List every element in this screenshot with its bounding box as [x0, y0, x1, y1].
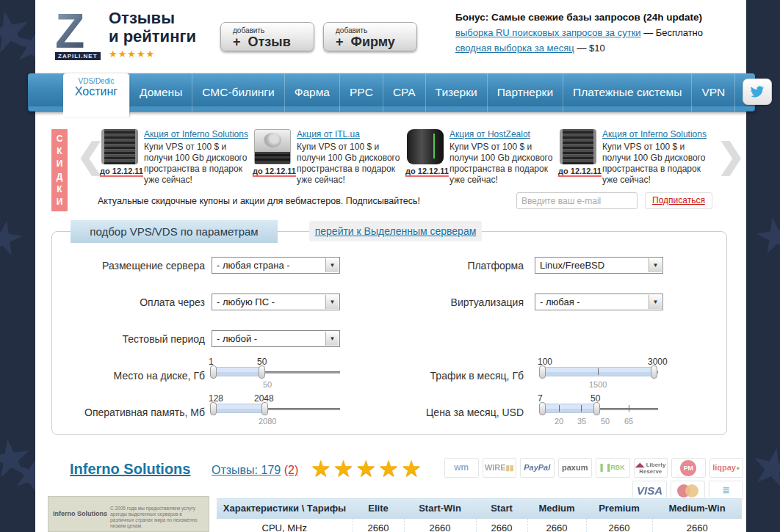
carousel-next-arrow[interactable]: ❯ — [717, 134, 745, 178]
bonus-link-monthly[interactable]: сводная выборка за месяц — [455, 43, 574, 54]
discount-letter: И — [57, 158, 63, 169]
label-platform: Платформа — [383, 260, 524, 272]
company-screenshot-thumbnail[interactable]: Inferno Solutions С 2005 года мы предост… — [48, 496, 209, 532]
nav-tab-pharma[interactable]: Фарма — [285, 73, 340, 112]
slider-handle-max[interactable] — [651, 365, 657, 379]
discount-letter: Д — [57, 172, 63, 182]
slider-tick — [581, 405, 582, 412]
slider-handle-max[interactable] — [259, 365, 265, 379]
nav-tab-ppc[interactable]: PPC — [340, 73, 383, 112]
promo-link[interactable]: Акция от Inferno Solutions — [144, 129, 248, 140]
disk-space-slider[interactable]: 1 50 50 — [212, 358, 340, 387]
nav-tab-domains[interactable]: Домены — [129, 73, 192, 112]
main-navigation: VDS/Dedic Хостинг Домены СМС-билинги Фар… — [28, 73, 755, 112]
hdd-image — [254, 129, 291, 164]
slider-handle-min[interactable] — [539, 402, 546, 415]
subscribe-button[interactable]: Подписаться — [645, 192, 712, 209]
nav-tab-affiliates[interactable]: Партнерки — [488, 73, 563, 112]
cpu-value: 2660 — [476, 519, 527, 532]
promo-link[interactable]: Акция от HostZealot — [449, 129, 530, 140]
select-virtualization[interactable]: - любая - ▼ — [535, 294, 663, 310]
select-payment-via[interactable]: - любую ПС - ▼ — [212, 294, 340, 310]
label-traffic: Трафик в месяц, Гб — [383, 370, 524, 382]
paxum-icon[interactable]: paxum — [558, 458, 593, 478]
tariff-table: Характеристики \ Тарифы Elite Start-Win … — [217, 498, 742, 532]
label-trial-period: Тестовый период — [52, 333, 205, 345]
slider-min-label: 128 — [209, 393, 223, 404]
slider-handle-min[interactable] — [210, 365, 217, 379]
nav-tab-cpa[interactable]: CPA — [383, 73, 426, 112]
select-trial-period[interactable]: - любой - ▼ — [212, 330, 340, 347]
server-tower-image — [407, 129, 444, 164]
nav-tab-vpn[interactable]: VPN — [692, 73, 735, 112]
payment-methods: wm WIRE PayPal paxum RBK Liberty Reserve… — [441, 458, 743, 503]
perfect-money-icon[interactable]: PM — [671, 458, 706, 478]
chevron-down-icon[interactable]: ▼ — [649, 258, 662, 272]
select-server-location[interactable]: - любая страна - ▼ — [212, 257, 340, 274]
slider-max-label: 50 — [591, 393, 600, 404]
add-review-button[interactable]: добавить +Отзыв — [220, 22, 314, 51]
filter-tab-dedicated[interactable]: перейти к Выделенным серверам — [309, 221, 482, 241]
slider-handle-max[interactable] — [261, 402, 268, 415]
slider-handle-min[interactable] — [210, 402, 217, 415]
twitter-button[interactable] — [743, 79, 772, 105]
wire-transfer-icon[interactable]: WIRE — [483, 458, 517, 478]
chevron-down-icon[interactable]: ▼ — [325, 295, 339, 309]
ram-slider[interactable]: 128 2048 2080 — [212, 395, 340, 424]
dedicated-servers-link[interactable]: перейти к Выделенным серверам — [315, 225, 477, 237]
slider-tick — [629, 405, 629, 412]
bonus-line1: выборка RU поисковых запросов за сутки —… — [455, 25, 749, 40]
header-tariff-elite[interactable]: Elite — [353, 498, 404, 519]
bg-star — [754, 214, 780, 258]
bonus-link-daily[interactable]: выборка RU поисковых запросов за сутки — [455, 27, 641, 38]
promo-text: Купи VPS от 100 $ и получи 100 Gb дисков… — [144, 142, 253, 186]
cpu-value: 2660 — [527, 519, 586, 532]
logo-domain: ZAPILI.NET — [55, 52, 101, 60]
discount-letter: С — [57, 134, 63, 144]
nav-tab-sms-billing[interactable]: СМС-билинги — [192, 73, 284, 112]
slider-handle-max[interactable] — [593, 402, 600, 415]
header-tariff-start-win[interactable]: Start-Win — [404, 498, 476, 519]
cpu-value: 2660 — [586, 519, 652, 532]
site-logo[interactable]: Z ZAPILI.NET — [55, 4, 101, 62]
cpu-value: 2660 — [404, 519, 476, 532]
paypal-icon[interactable]: PayPal — [520, 458, 555, 478]
slider-range[interactable] — [542, 404, 597, 413]
header-tariff-medium[interactable]: Medium — [527, 498, 586, 519]
chevron-down-icon[interactable]: ▼ — [325, 258, 339, 272]
new-reviews-link[interactable]: (2) — [284, 464, 299, 476]
chevron-down-icon[interactable]: ▼ — [325, 332, 339, 346]
liberty-reserve-icon[interactable]: Liberty Reserve — [634, 458, 668, 478]
header-tariff-start[interactable]: Start — [476, 498, 527, 519]
rbk-money-icon[interactable]: RBK — [596, 458, 630, 478]
company-name-link[interactable]: Inferno Solutions — [70, 461, 190, 478]
header-tariff-premium[interactable]: Premium — [586, 498, 652, 519]
traffic-slider[interactable]: 100 3000 1500 — [541, 358, 658, 387]
select-platform[interactable]: Linux/FreeBSD ▼ — [535, 257, 663, 274]
promo-link[interactable]: Акция от ITL.ua — [297, 129, 360, 140]
slider-range[interactable] — [213, 404, 265, 413]
reviews-count-link[interactable]: Отзывы: 179 — [212, 464, 281, 476]
slider-max-label: 50 — [257, 357, 267, 367]
webmoney-icon[interactable]: wm — [444, 458, 479, 478]
add-review-small-label: добавить — [221, 24, 314, 34]
nav-tab-hosting-active[interactable]: VDS/Dedic Хостинг — [63, 73, 129, 117]
slider-min-label: 100 — [538, 357, 552, 367]
promo-deadline: до 12.12.11 — [558, 167, 602, 177]
slider-handle-min[interactable] — [539, 365, 546, 379]
filter-tab-vps-params[interactable]: подбор VPS/VDS по параметрам — [71, 220, 278, 243]
email-input[interactable] — [516, 192, 638, 209]
add-review-label: Отзыв — [248, 34, 291, 49]
nav-tab-teasers[interactable]: Тизерки — [426, 73, 488, 112]
promo-link[interactable]: Акция от Inferno Solutions — [602, 129, 707, 140]
header-tariff-medium-win[interactable]: Medium-Win — [652, 498, 742, 519]
server-rack-image — [101, 129, 138, 164]
price-slider[interactable]: 7 50 20 35 50 65 — [541, 395, 658, 424]
slider-current-label: 50 — [263, 380, 272, 389]
plus-icon: + — [336, 34, 344, 49]
chevron-down-icon[interactable]: ▼ — [649, 295, 662, 309]
add-firm-button[interactable]: добавить +Фирму — [323, 22, 417, 51]
slider-range[interactable] — [213, 367, 262, 376]
nav-tab-payment-systems[interactable]: Платежные системы — [563, 73, 692, 112]
liqpay-icon[interactable]: liqpay — [709, 458, 744, 478]
